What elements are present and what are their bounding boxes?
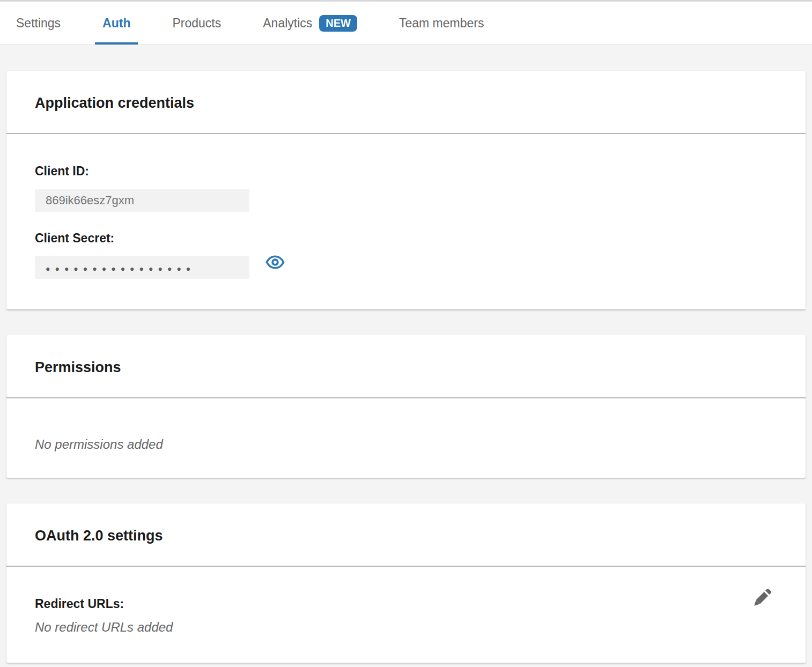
tab-products[interactable]: Products — [165, 2, 228, 45]
pencil-icon — [750, 584, 776, 610]
client-secret-masked-value: ●●●●●●●●●●●●●●●● — [46, 264, 195, 273]
tab-products-label: Products — [172, 16, 221, 31]
application-credentials-card: Application credentials Client ID: 869ik… — [6, 71, 806, 309]
application-credentials-body: Client ID: 869ik66esz7gxm Client Secret:… — [6, 134, 806, 309]
redirect-urls-empty-text: No redirect URLs added — [35, 620, 777, 635]
permissions-header: Permissions — [6, 335, 806, 398]
application-credentials-title: Application credentials — [35, 95, 194, 111]
oauth-settings-body: Redirect URLs: No redirect URLs added — [6, 567, 806, 663]
client-id-field[interactable]: 869ik66esz7gxm — [35, 189, 249, 212]
tab-team-members-label: Team members — [399, 16, 484, 31]
permissions-body: No permissions added — [6, 398, 806, 478]
eye-icon — [265, 255, 285, 270]
oauth-settings-header: OAuth 2.0 settings — [6, 503, 806, 567]
tab-team-members[interactable]: Team members — [392, 2, 491, 45]
oauth-settings-card: OAuth 2.0 settings Redirect URLs: No red… — [6, 503, 806, 663]
client-secret-field[interactable]: ●●●●●●●●●●●●●●●● — [35, 256, 249, 279]
client-id-label: Client ID: — [35, 164, 777, 179]
new-badge: NEW — [319, 15, 357, 32]
application-credentials-header: Application credentials — [6, 71, 806, 134]
permissions-card: Permissions No permissions added — [6, 335, 806, 478]
tab-analytics[interactable]: Analytics NEW — [255, 2, 365, 45]
redirect-urls-label: Redirect URLs: — [35, 597, 777, 611]
permissions-title: Permissions — [35, 359, 121, 375]
tab-auth[interactable]: Auth — [95, 2, 138, 45]
tab-auth-label: Auth — [102, 16, 130, 31]
reveal-secret-button[interactable] — [265, 255, 285, 270]
tab-analytics-label: Analytics — [263, 16, 312, 31]
oauth-settings-title: OAuth 2.0 settings — [35, 528, 163, 544]
permissions-empty-text: No permissions added — [35, 437, 777, 452]
client-secret-row: ●●●●●●●●●●●●●●●● — [35, 246, 777, 279]
tab-settings-label: Settings — [16, 16, 61, 31]
app-tab-bar: Settings Auth Products Analytics NEW Tea… — [0, 0, 812, 45]
tab-settings[interactable]: Settings — [9, 2, 68, 45]
edit-redirect-urls-button[interactable] — [750, 584, 776, 610]
client-secret-label: Client Secret: — [35, 231, 777, 246]
